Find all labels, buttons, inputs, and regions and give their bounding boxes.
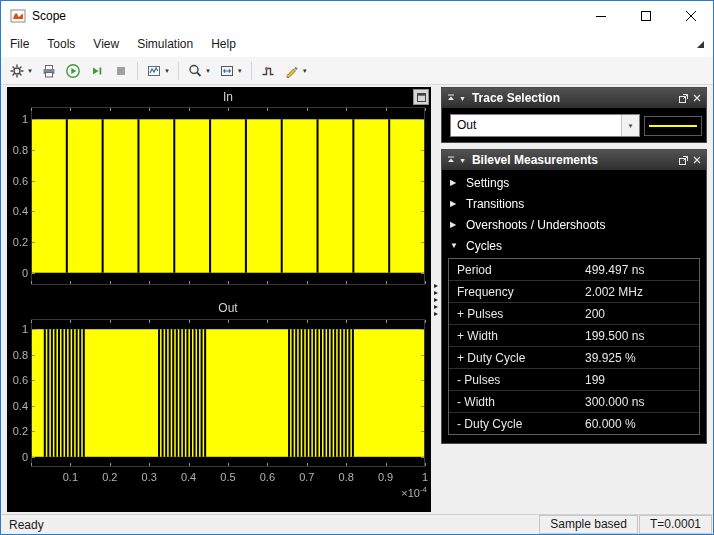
trace-selection-panel: ▼ Trace Selection Out ▼ <box>441 87 707 143</box>
panel-collapse-icon[interactable]: ▼ <box>459 95 466 102</box>
toolbar-separator <box>178 62 179 80</box>
menu-file[interactable]: File <box>1 31 38 57</box>
chevron-right-icon: ▶ <box>450 220 459 229</box>
scope-app-icon <box>10 8 26 24</box>
maximize-axes-button[interactable] <box>413 89 429 105</box>
menu-bar: File Tools View Simulation Help <box>1 31 713 57</box>
dropdown-arrow-icon: ▼ <box>628 123 634 129</box>
table-row: + Pulses200 <box>449 303 699 325</box>
splitter-arrow-icon: ▸ <box>434 310 438 317</box>
status-bar: Ready Sample based T=0.0001 <box>1 514 713 534</box>
bilevel-measurements-panel: ▼ Bilevel Measurements ▶ Settings ▶ <box>441 149 707 444</box>
table-row: + Duty Cycle39.925 % <box>449 347 699 369</box>
section-label: Overshoots / Undershoots <box>466 218 605 232</box>
measurement-label: - Width <box>449 395 585 409</box>
chevron-right-icon: ▶ <box>450 199 459 208</box>
plot-title-in: In <box>31 90 425 104</box>
x-mult-base: ×10 <box>401 487 420 499</box>
zoom-button[interactable]: ▼ <box>184 60 214 82</box>
section-transitions[interactable]: ▶ Transitions <box>442 193 706 214</box>
bilevel-measurements-header[interactable]: ▼ Bilevel Measurements <box>442 150 706 170</box>
fit-to-view-button[interactable]: ▼ <box>216 60 246 82</box>
measurement-label: - Duty Cycle <box>449 417 585 431</box>
menu-tools[interactable]: Tools <box>38 31 84 57</box>
side-panels: ▼ Trace Selection Out ▼ <box>441 87 707 450</box>
panel-close-icon[interactable] <box>693 94 701 102</box>
panel-minimize-icon[interactable] <box>447 156 455 164</box>
maximize-button[interactable] <box>623 1 668 31</box>
measurement-value: 39.925 % <box>585 351 699 365</box>
scope-settings-button[interactable]: ▼ <box>6 60 36 82</box>
caret-down-icon: ▼ <box>164 68 170 74</box>
measurement-value: 2.002 MHz <box>585 285 699 299</box>
status-ready: Ready <box>9 518 539 532</box>
dropdown-arrow-button[interactable]: ▼ <box>621 115 639 136</box>
panel-close-icon[interactable] <box>693 156 701 164</box>
panel-collapse-icon[interactable]: ▼ <box>459 157 466 164</box>
trigger-button[interactable] <box>257 60 279 82</box>
trace-style-preview[interactable] <box>644 116 702 136</box>
measurement-label: - Pulses <box>449 373 585 387</box>
x-mult-exp: -4 <box>420 485 427 494</box>
trace-color-line <box>649 125 697 127</box>
panel-minimize-icon[interactable] <box>447 94 455 102</box>
section-label: Cycles <box>466 239 502 253</box>
measurements-button[interactable]: ▼ <box>281 60 311 82</box>
minimize-button[interactable] <box>578 1 623 31</box>
scope-plot-canvas[interactable] <box>7 87 431 512</box>
step-forward-button[interactable] <box>86 60 108 82</box>
trace-select-dropdown[interactable]: Out ▼ <box>450 114 640 137</box>
menu-help[interactable]: Help <box>202 31 245 57</box>
panel-splitter[interactable]: ▸ ▸ ▸ ▸ ▸ <box>431 85 441 514</box>
section-label: Settings <box>466 176 509 190</box>
signal-display-button[interactable]: ▼ <box>143 60 173 82</box>
print-button[interactable] <box>38 60 60 82</box>
plot-title-out: Out <box>31 301 425 315</box>
measurement-value: 200 <box>585 307 699 321</box>
section-label: Transitions <box>466 197 524 211</box>
trace-selection-title: Trace Selection <box>472 91 560 105</box>
selected-trace-value: Out <box>451 115 621 136</box>
measurement-value: 60.000 % <box>585 417 699 431</box>
table-row: Frequency2.002 MHz <box>449 281 699 303</box>
panel-undock-icon[interactable] <box>679 94 688 103</box>
measurement-value: 300.000 ns <box>585 395 699 409</box>
toolbar: ▼ <box>1 57 713 85</box>
dock-arrow-icon[interactable] <box>695 39 705 49</box>
scope-display: In Out 10.80.60.40.2010.80.60.40.200.10.… <box>7 87 431 512</box>
measurement-value: 199.500 ns <box>585 329 699 343</box>
section-settings[interactable]: ▶ Settings <box>442 172 706 193</box>
main-area: In Out 10.80.60.40.2010.80.60.40.200.10.… <box>1 85 713 514</box>
window-title: Scope <box>32 9 66 23</box>
caret-down-icon: ▼ <box>205 68 211 74</box>
stop-button[interactable] <box>110 60 132 82</box>
measurement-value: 499.497 ns <box>585 263 699 277</box>
table-row: Period499.497 ns <box>449 259 699 281</box>
scope-window: Scope File Tools View Simulation Help ▼ <box>0 0 714 535</box>
sample-mode-indicator: Sample based <box>539 515 638 534</box>
measurement-label: + Pulses <box>449 307 585 321</box>
close-button[interactable] <box>668 1 713 31</box>
measurement-label: Frequency <box>449 285 585 299</box>
section-overshoots[interactable]: ▶ Overshoots / Undershoots <box>442 214 706 235</box>
toolbar-separator <box>251 62 252 80</box>
x-axis-multiplier: ×10-4 <box>401 485 427 499</box>
measurement-label: + Duty Cycle <box>449 351 585 365</box>
measurement-value: 199 <box>585 373 699 387</box>
menu-view[interactable]: View <box>84 31 128 57</box>
section-cycles[interactable]: ▼ Cycles <box>442 235 706 256</box>
measurements-sections: ▶ Settings ▶ Transitions ▶ Overshoots / … <box>442 170 706 435</box>
bilevel-measurements-title: Bilevel Measurements <box>472 153 598 167</box>
caret-down-icon: ▼ <box>237 68 243 74</box>
trace-selection-body: Out ▼ <box>442 108 706 142</box>
caret-down-icon: ▼ <box>302 68 308 74</box>
trace-selection-header[interactable]: ▼ Trace Selection <box>442 88 706 108</box>
run-button[interactable] <box>62 60 84 82</box>
sim-time-indicator: T=0.0001 <box>639 515 712 534</box>
panel-undock-icon[interactable] <box>679 156 688 165</box>
menu-simulation[interactable]: Simulation <box>128 31 202 57</box>
title-bar[interactable]: Scope <box>1 1 713 31</box>
caret-down-icon: ▼ <box>27 68 33 74</box>
table-row: + Width199.500 ns <box>449 325 699 347</box>
measurement-label: Period <box>449 263 585 277</box>
